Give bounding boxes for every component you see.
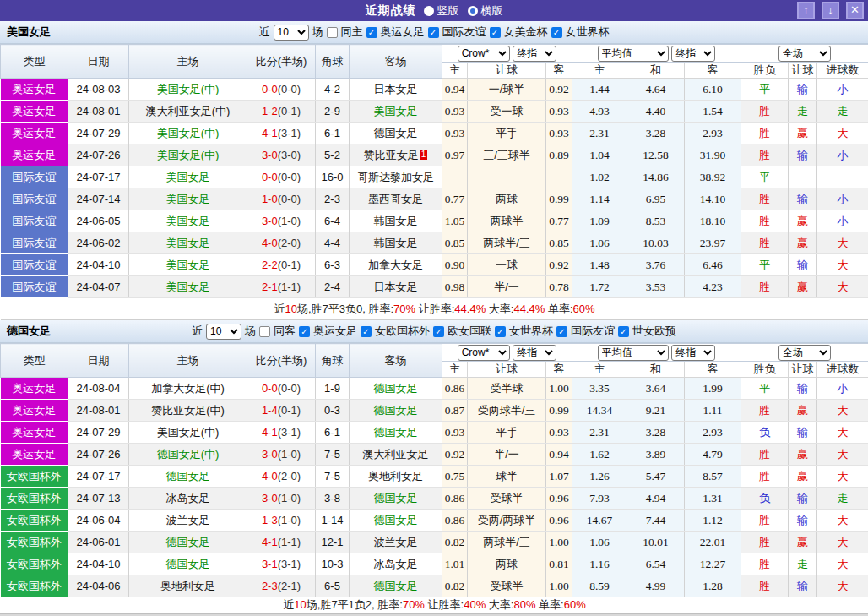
euro-away-odds: 1.12	[685, 510, 741, 532]
team-name: 美国女足	[7, 25, 51, 40]
filter-bar: 美国女足 近10场同主✓奥运女足✓国际友谊✓女美金杯✓女世界杯	[0, 21, 868, 44]
match-row: 奥运女足24-07-26美国女足(中)3-0(3-0)5-2赞比亚女足10.97…	[1, 144, 868, 166]
radio-vertical-layout[interactable]: 竖版	[424, 3, 459, 19]
euro-draw-odds: 5.47	[627, 466, 685, 488]
match-row: 国际友谊24-06-02美国女足4-0(2-0)4-4韩国女足0.85两球半/三…	[1, 232, 868, 254]
euro-odds-time-select[interactable]: 终指	[671, 46, 715, 62]
summary-line: 近10场,胜7平1负2, 胜率:70% 让胜率:40% 大率:80% 单率:60…	[1, 597, 868, 613]
away-team: 德国女足	[350, 422, 442, 444]
away-team: 奥地利女足	[350, 466, 442, 488]
move-down-button[interactable]: ↓	[822, 2, 839, 19]
let-away-odds: 0.92	[546, 79, 572, 101]
radio-horizontal-layout[interactable]: 横版	[468, 3, 503, 19]
home-team: 美国女足(中)	[129, 144, 247, 166]
euro-odds-source-select[interactable]: 平均值	[598, 345, 669, 361]
result-handicap: 输	[789, 488, 817, 510]
match-date: 24-06-02	[68, 232, 129, 254]
let-odds-source-select[interactable]: Crow*	[458, 46, 510, 62]
let-home-odds: 0.97	[442, 144, 468, 166]
let-away-odds: 0.89	[546, 144, 572, 166]
score-fulltime: 0-0	[262, 382, 278, 395]
checkbox-checked-icon[interactable]: ✓	[361, 326, 372, 337]
let-odds-time-select[interactable]: 终指	[513, 345, 556, 361]
corner-score: 2-9	[316, 101, 350, 123]
match-date: 24-07-17	[68, 166, 129, 188]
score: 4-1(3-1)	[247, 422, 316, 444]
euro-odds-time-select[interactable]: 终指	[671, 345, 715, 361]
result-handicap: 输	[789, 254, 817, 276]
let-odds-time-select[interactable]: 终指	[513, 46, 556, 62]
result-goals: 大	[817, 254, 868, 276]
scope-select[interactable]: 全场	[778, 46, 831, 62]
euro-away-odds: 2.93	[685, 422, 741, 444]
match-type-badge: 奥运女足	[1, 444, 68, 466]
sub-header-8: 进球数	[817, 362, 868, 378]
score-fulltime: 1-2	[262, 105, 278, 117]
away-team: 德国女足	[350, 378, 442, 400]
match-count-select[interactable]: 10	[206, 324, 241, 340]
euro-home-odds: 1.72	[572, 276, 627, 298]
score-fulltime: 2-3	[262, 580, 278, 592]
sub-header-6: 胜负	[741, 63, 789, 79]
let-line: 受半球	[468, 378, 546, 400]
checkbox-checked-icon[interactable]: ✓	[551, 27, 562, 38]
checkbox-checked-icon[interactable]: ✓	[490, 27, 501, 38]
checkbox-checked-icon[interactable]: ✓	[618, 326, 629, 337]
result-handicap: 赢	[789, 400, 817, 422]
match-type-badge: 奥运女足	[1, 144, 68, 166]
euro-draw-odds: 12.58	[627, 144, 685, 166]
result-goals: 走	[817, 488, 868, 510]
match-row: 女欧国杯外24-06-04波兰女足1-3(1-0)1-14德国女足0.86受两/…	[1, 510, 868, 532]
checkbox-checked-icon[interactable]: ✓	[428, 27, 439, 38]
scope-dropdown: 全场	[741, 344, 868, 362]
let-home-odds: 0.75	[442, 466, 468, 488]
result-handicap: 输	[789, 79, 817, 101]
column-header-2: 主场	[129, 45, 247, 79]
scope-select[interactable]: 全场	[778, 345, 831, 361]
section-germany-women: 德国女足 近10场同客✓奥运女足✓女欧国杯外✓欧女国联✓女世界杯✓国际友谊✓世女…	[0, 320, 868, 613]
checkbox-unchecked-icon[interactable]	[259, 326, 270, 337]
match-count-select[interactable]: 10	[274, 25, 309, 41]
euro-away-odds: 6.46	[685, 254, 741, 276]
corner-score: 5-2	[316, 144, 350, 166]
filter-checkbox-label: 女欧国杯外	[375, 324, 430, 339]
result-goals: 大	[817, 422, 868, 444]
away-team: 德国女足	[350, 575, 442, 597]
let-home-odds: 0.93	[442, 422, 468, 444]
checkbox-checked-icon[interactable]: ✓	[366, 27, 377, 38]
summary-value: 44.4%	[454, 303, 486, 315]
summary-value: 60%	[573, 303, 595, 315]
match-date: 24-07-26	[68, 444, 129, 466]
match-type-badge: 国际友谊	[1, 232, 68, 254]
sub-header-7: 让球	[789, 63, 817, 79]
move-up-button[interactable]: ↑	[797, 2, 815, 19]
result-goals: 大	[817, 276, 868, 298]
score-halftime: (3-1)	[278, 127, 301, 139]
result-wdl: 胜	[741, 553, 789, 575]
summary-line: 近10场,胜7平3负0, 胜率:70% 让胜率:44.4% 大率:44.4% 单…	[1, 298, 868, 320]
result-wdl: 平	[741, 166, 789, 188]
filter-controls: 近10场同客✓奥运女足✓女欧国杯外✓欧女国联✓女世界杯✓国际友谊✓世女欧预	[192, 324, 676, 340]
checkbox-checked-icon[interactable]: ✓	[299, 326, 310, 337]
close-button[interactable]: ✕	[846, 2, 864, 19]
home-team: 美国女足(中)	[129, 123, 247, 144]
sub-header-2: 客	[546, 63, 572, 79]
euro-odds-source-select[interactable]: 平均值	[598, 46, 669, 62]
match-row: 奥运女足24-07-29美国女足(中)4-1(3-1)6-1德国女足0.93平手…	[1, 123, 868, 144]
summary-value: 10	[294, 598, 306, 611]
euro-draw-odds: 14.86	[627, 166, 685, 188]
titlebar: 近期战绩 竖版 横版 ↑ ↓ ✕	[0, 0, 868, 21]
sub-header-4: 和	[627, 63, 685, 79]
filter-checkbox-label: 国际友谊	[571, 324, 615, 339]
checkbox-unchecked-icon[interactable]	[327, 27, 338, 38]
checkbox-checked-icon[interactable]: ✓	[433, 326, 444, 337]
match-type-badge: 女欧国杯外	[1, 553, 68, 575]
home-team: 美国女足(中)	[129, 422, 247, 444]
match-type-badge: 奥运女足	[1, 101, 68, 123]
let-odds-source-select[interactable]: Crow*	[458, 345, 510, 361]
away-team: 哥斯达黎加女足	[350, 166, 442, 188]
radio-vertical-label: 竖版	[437, 3, 459, 19]
corner-score: 16-0	[316, 166, 350, 188]
checkbox-checked-icon[interactable]: ✓	[495, 326, 506, 337]
checkbox-checked-icon[interactable]: ✓	[556, 326, 567, 337]
